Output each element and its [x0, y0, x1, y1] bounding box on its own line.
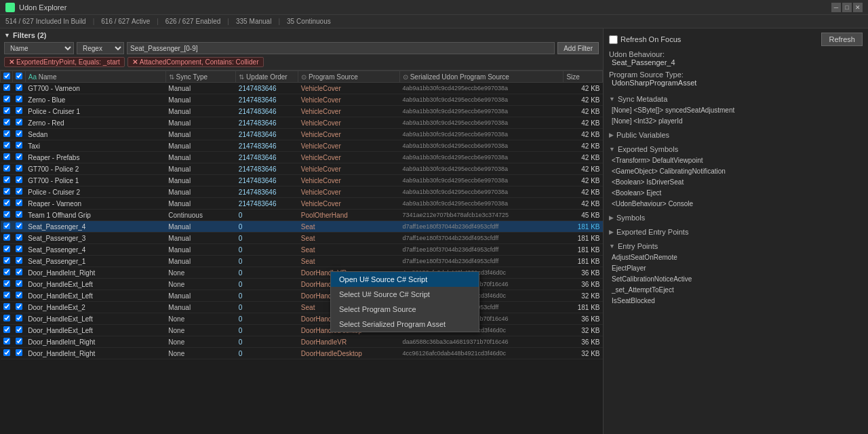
remove-filter-0[interactable]: ✕	[9, 58, 14, 66]
remove-filter-1[interactable]: ✕	[132, 58, 138, 66]
filter-value-input[interactable]	[127, 42, 555, 54]
context-menu-item-3[interactable]: Select Serialized Program Asset	[331, 317, 479, 332]
row-checked-checkbox[interactable]	[16, 142, 22, 149]
row-checked-checkbox[interactable]	[16, 165, 22, 172]
row-checked-checkbox[interactable]	[16, 245, 22, 252]
table-row[interactable]: Zerno - Blue Manual 2147483646 VehicleCo…	[1, 94, 603, 106]
symbols-header[interactable]: ▶ Symbols	[609, 214, 863, 222]
table-row[interactable]: Seat_Passenger_1 Manual 0 Seat d7aff1ee1…	[1, 256, 603, 267]
col-checked[interactable]	[13, 71, 25, 83]
row-enabled-checkbox[interactable]	[3, 165, 10, 172]
table-row[interactable]: Police - Cruiser 1 Manual 2147483646 Veh…	[1, 106, 603, 117]
col-program[interactable]: ⊙ Program Source	[298, 71, 400, 83]
row-checked-checkbox[interactable]	[16, 326, 22, 333]
minimize-button[interactable]: ─	[831, 3, 841, 12]
row-enabled-checkbox[interactable]	[3, 303, 10, 310]
row-enabled-checkbox[interactable]	[3, 349, 10, 356]
table-row[interactable]: Sedan Manual 2147483646 VehicleCover 4ab…	[1, 129, 603, 140]
col-sync[interactable]: ⇅ Sync Type	[165, 71, 236, 83]
row-checked-checkbox[interactable]	[16, 280, 22, 287]
sync-metadata-header[interactable]: ▼ Sync Metadata	[609, 95, 863, 103]
refresh-on-focus-checkbox[interactable]	[609, 35, 618, 44]
row-enabled-checkbox[interactable]	[3, 222, 10, 229]
row-checked-checkbox[interactable]	[16, 153, 22, 160]
row-enabled-checkbox[interactable]	[3, 211, 10, 218]
row-enabled-checkbox[interactable]	[3, 84, 10, 91]
table-row[interactable]: Door_HandleInt_Right None 0 DoorHandleVR…	[1, 267, 603, 279]
row-checked-checkbox[interactable]	[16, 269, 22, 275]
row-checked-checkbox[interactable]	[16, 315, 22, 321]
row-enabled-checkbox[interactable]	[3, 188, 10, 195]
row-enabled-checkbox[interactable]	[3, 176, 10, 183]
row-checked-checkbox[interactable]	[16, 257, 22, 264]
row-enabled-checkbox[interactable]	[3, 96, 10, 102]
row-enabled-checkbox[interactable]	[3, 107, 10, 114]
row-checked-checkbox[interactable]	[16, 349, 22, 356]
table-row[interactable]: Door_HandleExt_Left None 0 DoorHandleVR …	[1, 279, 603, 290]
close-button[interactable]: ✕	[853, 3, 863, 12]
table-row[interactable]: GT700 - Police 1 Manual 2147483646 Vehic…	[1, 175, 603, 186]
row-checked-checkbox[interactable]	[16, 222, 22, 229]
check-all-checkbox[interactable]	[16, 73, 22, 79]
table-row[interactable]: Taxi Manual 2147483646 VehicleCover 4ab9…	[1, 140, 603, 152]
entry-points-header[interactable]: ▼ Entry Points	[609, 242, 863, 250]
table-row[interactable]: Door_HandleExt_Left None 0 DoorHandleDes…	[1, 325, 603, 336]
table-container[interactable]: Aa Name ⇅ Sync Type ⇅ Update Order ⊙	[0, 71, 603, 434]
row-checked-checkbox[interactable]	[16, 84, 22, 91]
row-checked-checkbox[interactable]	[16, 188, 22, 195]
table-row[interactable]: Door_HandleExt_Left None 0 DoorHandleVR …	[1, 313, 603, 325]
table-row[interactable]: Seat_Passenger_4 Manual 0 Seat d7aff1ee1…	[1, 221, 603, 233]
row-enabled-checkbox[interactable]	[3, 338, 10, 344]
row-enabled-checkbox[interactable]	[3, 269, 10, 275]
row-enabled-checkbox[interactable]	[3, 245, 10, 252]
row-enabled-checkbox[interactable]	[3, 315, 10, 321]
table-row[interactable]: Door_HandleInt_Right None 0 DoorHandleDe…	[1, 348, 603, 359]
row-checked-checkbox[interactable]	[16, 107, 22, 114]
row-enabled-checkbox[interactable]	[3, 130, 10, 137]
table-row[interactable]: Reaper - Varneon Manual 2147483646 Vehic…	[1, 198, 603, 210]
row-enabled-checkbox[interactable]	[3, 234, 10, 241]
exported-symbols-header[interactable]: ▼ Exported Symbols	[609, 145, 863, 153]
row-enabled-checkbox[interactable]	[3, 153, 10, 160]
context-menu-item-2[interactable]: Select Program Source	[331, 302, 479, 317]
table-row[interactable]: Door_HandleInt_Right None 0 DoorHandleVR…	[1, 336, 603, 348]
row-enabled-checkbox[interactable]	[3, 257, 10, 264]
row-checked-checkbox[interactable]	[16, 292, 22, 298]
table-row[interactable]: Door_HandleExt_Left Manual 0 DoorHandleD…	[1, 290, 603, 302]
filter-type-select[interactable]: Name Program Source Sync Type	[4, 42, 74, 54]
select-all-checkbox[interactable]	[3, 73, 10, 79]
add-filter-button[interactable]: Add Filter	[557, 42, 599, 54]
row-checked-checkbox[interactable]	[16, 338, 22, 344]
row-checked-checkbox[interactable]	[16, 199, 22, 206]
col-size[interactable]: Size	[564, 71, 603, 83]
col-enabled[interactable]	[1, 71, 13, 83]
row-checked-checkbox[interactable]	[16, 119, 22, 125]
table-row[interactable]: Seat_Passenger_3 Manual 0 Seat d7aff1ee1…	[1, 233, 603, 244]
row-enabled-checkbox[interactable]	[3, 326, 10, 333]
row-checked-checkbox[interactable]	[16, 130, 22, 137]
row-checked-checkbox[interactable]	[16, 211, 22, 218]
context-menu-item-0[interactable]: Open U# Source C# Script	[331, 272, 479, 287]
table-row[interactable]: Seat_Passenger_4 Manual 0 Seat d7aff1ee1…	[1, 244, 603, 256]
refresh-button[interactable]: Refresh	[821, 33, 863, 46]
exported-entry-points-header[interactable]: ▶ Exported Entry Points	[609, 228, 863, 236]
row-checked-checkbox[interactable]	[16, 176, 22, 183]
table-row[interactable]: Team 1 Offhand Grip Continuous 0 PoolOth…	[1, 210, 603, 221]
col-serialized[interactable]: ⊙ Serialized Udon Program Source	[399, 71, 564, 83]
row-enabled-checkbox[interactable]	[3, 199, 10, 206]
table-row[interactable]: Zerno - Red Manual 2147483646 VehicleCov…	[1, 117, 603, 129]
maximize-button[interactable]: □	[842, 3, 852, 12]
row-checked-checkbox[interactable]	[16, 234, 22, 241]
table-row[interactable]: Door_HandleExt_2 Manual 0 Seat d7aff1ee1…	[1, 302, 603, 313]
filter-mode-select[interactable]: Regex Contains Equals	[77, 42, 124, 54]
row-enabled-checkbox[interactable]	[3, 119, 10, 125]
context-menu-item-1[interactable]: Select U# Source C# Script	[331, 287, 479, 302]
row-enabled-checkbox[interactable]	[3, 292, 10, 298]
row-enabled-checkbox[interactable]	[3, 280, 10, 287]
table-row[interactable]: GT700 - Police 2 Manual 2147483646 Vehic…	[1, 163, 603, 175]
col-name[interactable]: Aa Name	[25, 71, 165, 83]
row-checked-checkbox[interactable]	[16, 96, 22, 102]
table-row[interactable]: Police - Cruiser 2 Manual 2147483646 Veh…	[1, 186, 603, 198]
table-row[interactable]: Reaper - Prefabs Manual 2147483646 Vehic…	[1, 152, 603, 163]
row-enabled-checkbox[interactable]	[3, 142, 10, 149]
